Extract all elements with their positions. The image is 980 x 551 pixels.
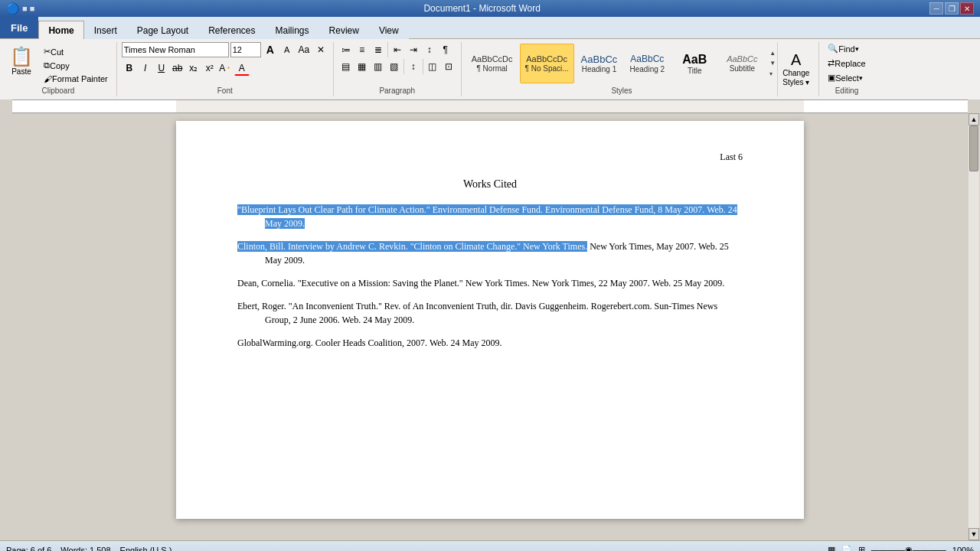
strikethrough-button[interactable]: ab bbox=[170, 60, 185, 76]
style-h2-preview: AaBbCc bbox=[630, 54, 664, 64]
cut-button[interactable]: ✂ Cut bbox=[40, 45, 112, 58]
subscript-button[interactable]: x₂ bbox=[186, 60, 201, 76]
citation-4-text[interactable]: Ebert, Roger. "An Inconvenient Truth." R… bbox=[237, 299, 743, 327]
increase-indent-button[interactable]: ⇥ bbox=[406, 42, 421, 57]
find-icon: 🔍 bbox=[828, 44, 838, 54]
align-left-button[interactable]: ▤ bbox=[338, 59, 354, 74]
tab-page-layout[interactable]: Page Layout bbox=[127, 21, 198, 39]
replace-icon: ⇄ bbox=[828, 58, 835, 68]
citation-3-text[interactable]: Dean, Cornelia. "Executive on a Mission:… bbox=[237, 276, 743, 290]
style-subtitle[interactable]: AaBbCc Subtitle bbox=[719, 44, 765, 83]
editing-group: 🔍 Find ▾ ⇄ Replace ▣ Select ▾ Editing bbox=[819, 42, 874, 96]
document-page[interactable]: Last 6 Works Cited "Blueprint Lays Out C… bbox=[176, 121, 804, 519]
borders-button[interactable]: ⊡ bbox=[441, 59, 456, 74]
styles-more-arrow[interactable]: ▾ bbox=[768, 69, 777, 80]
select-button[interactable]: ▣ Select ▾ bbox=[824, 71, 867, 84]
status-bar: Page: 6 of 6 Words: 1,508 English (U.S.)… bbox=[0, 540, 980, 551]
editing-group-label: Editing bbox=[824, 85, 869, 96]
superscript-button[interactable]: x² bbox=[202, 60, 217, 76]
line-spacing-button[interactable]: ↕ bbox=[406, 59, 421, 74]
font-name-input[interactable] bbox=[122, 42, 229, 57]
style-h1-label: Heading 1 bbox=[582, 65, 617, 73]
citation-2: Clinton, Bill. Interview by Andrew C. Re… bbox=[237, 240, 743, 267]
scroll-thumb[interactable] bbox=[969, 126, 978, 171]
style-title-label: Title bbox=[688, 67, 702, 75]
scroll-track bbox=[969, 126, 979, 528]
justify-button[interactable]: ▧ bbox=[387, 59, 402, 74]
close-button[interactable]: ✕ bbox=[960, 2, 974, 15]
view-reading-button[interactable]: 📄 bbox=[841, 545, 852, 551]
grow-font-button[interactable]: A bbox=[263, 42, 278, 57]
view-normal-button[interactable]: ▦ bbox=[828, 545, 835, 551]
clipboard-group: 📋 Paste ✂ Cut ⧉ Copy 🖌 Format Painter Cl… bbox=[0, 42, 117, 96]
show-marks-button[interactable]: ¶ bbox=[438, 42, 453, 57]
paste-label: Paste bbox=[11, 67, 31, 76]
minimize-button[interactable]: ─ bbox=[929, 2, 943, 15]
paste-button[interactable]: 📋 Paste bbox=[5, 42, 38, 79]
ruler bbox=[12, 99, 968, 113]
window-title: Document1 - Microsoft Word bbox=[34, 3, 929, 14]
citation-1-text[interactable]: "Blueprint Lays Out Clear Path for Clima… bbox=[237, 203, 743, 230]
copy-icon: ⧉ bbox=[44, 60, 50, 70]
tab-home[interactable]: Home bbox=[38, 21, 83, 39]
citation-2-text[interactable]: Clinton, Bill. Interview by Andrew C. Re… bbox=[237, 240, 743, 267]
style-title[interactable]: AaB Title bbox=[671, 44, 717, 83]
cut-icon: ✂ bbox=[44, 47, 51, 57]
copy-button[interactable]: ⧉ Copy bbox=[40, 59, 112, 72]
replace-button[interactable]: ⇄ Replace bbox=[824, 57, 869, 70]
decrease-indent-button[interactable]: ⇤ bbox=[390, 42, 405, 57]
zoom-slider[interactable]: ————◉———— bbox=[871, 545, 946, 551]
clear-format-button[interactable]: ✕ bbox=[313, 42, 328, 57]
tab-view[interactable]: View bbox=[369, 21, 409, 39]
style-title-preview: AaB bbox=[682, 52, 707, 67]
right-scrollbar[interactable]: ▲ ▼ bbox=[968, 113, 980, 540]
tab-references[interactable]: References bbox=[198, 21, 265, 39]
view-web-button[interactable]: ⊞ bbox=[858, 545, 865, 551]
page-title: Works Cited bbox=[237, 178, 743, 191]
styles-down-arrow[interactable]: ▼ bbox=[768, 58, 777, 69]
align-right-button[interactable]: ▥ bbox=[371, 59, 386, 74]
underline-button[interactable]: U bbox=[154, 60, 169, 76]
text-highlight-button[interactable]: A🔸 bbox=[218, 60, 234, 76]
left-sidebar bbox=[0, 113, 12, 540]
tab-insert[interactable]: Insert bbox=[84, 21, 127, 39]
change-styles-label: ChangeStyles ▾ bbox=[782, 69, 809, 87]
scroll-up-button[interactable]: ▲ bbox=[969, 113, 979, 126]
style-no-spacing[interactable]: AaBbCcDc ¶ No Spaci... bbox=[520, 44, 574, 83]
font-color-button[interactable]: A bbox=[234, 60, 250, 76]
tab-file[interactable]: File bbox=[0, 17, 38, 38]
font-size-input[interactable] bbox=[230, 42, 261, 57]
align-center-button[interactable]: ▦ bbox=[354, 59, 370, 74]
title-bar: 🔵 ■ ■ Document1 - Microsoft Word ─ ❐ ✕ bbox=[0, 0, 980, 17]
style-normal[interactable]: AaBbCcDc ¶ Normal bbox=[466, 44, 518, 83]
tab-review[interactable]: Review bbox=[319, 21, 369, 39]
italic-button[interactable]: I bbox=[138, 60, 153, 76]
language-indicator[interactable]: English (U.S.) bbox=[120, 546, 172, 552]
style-heading2[interactable]: AaBbCc Heading 2 bbox=[624, 44, 670, 83]
citation-5-text[interactable]: GlobalWarming.org. Cooler Heads Coalitio… bbox=[237, 336, 743, 350]
find-button[interactable]: 🔍 Find ▾ bbox=[824, 42, 862, 55]
styles-up-arrow[interactable]: ▲ bbox=[768, 48, 777, 59]
numbering-button[interactable]: ≡ bbox=[354, 42, 370, 57]
bullets-button[interactable]: ≔ bbox=[338, 42, 354, 57]
tab-mailings[interactable]: Mailings bbox=[266, 21, 319, 39]
bold-button[interactable]: B bbox=[122, 60, 137, 76]
page-info: Page: 6 of 6 bbox=[6, 546, 51, 552]
change-case-button[interactable]: Aa bbox=[296, 42, 312, 57]
change-styles-button[interactable]: A ChangeStyles ▾ bbox=[777, 42, 814, 96]
citation-4: Ebert, Roger. "An Inconvenient Truth." R… bbox=[237, 299, 743, 327]
scroll-down-button[interactable]: ▼ bbox=[969, 528, 979, 540]
citation-1-selected: "Blueprint Lays Out Clear Path for Clima… bbox=[237, 204, 737, 229]
document-area: Last 6 Works Cited "Blueprint Lays Out C… bbox=[0, 113, 980, 540]
shrink-font-button[interactable]: A bbox=[279, 42, 295, 57]
scroll-area[interactable]: Last 6 Works Cited "Blueprint Lays Out C… bbox=[12, 113, 968, 540]
zoom-level[interactable]: 100% bbox=[952, 546, 974, 552]
sort-button[interactable]: ↕ bbox=[422, 42, 437, 57]
multilevel-button[interactable]: ≣ bbox=[371, 42, 386, 57]
restore-button[interactable]: ❐ bbox=[945, 2, 959, 15]
styles-gallery: AaBbCcDc ¶ Normal AaBbCcDc ¶ No Spaci...… bbox=[466, 44, 766, 83]
font-group: A A Aa ✕ B I U ab x₂ x² A🔸 A Font bbox=[117, 42, 334, 96]
shading-button[interactable]: ◫ bbox=[425, 59, 440, 74]
format-painter-button[interactable]: 🖌 Format Painter bbox=[40, 73, 112, 85]
style-heading1[interactable]: AaBbCc Heading 1 bbox=[576, 44, 623, 83]
